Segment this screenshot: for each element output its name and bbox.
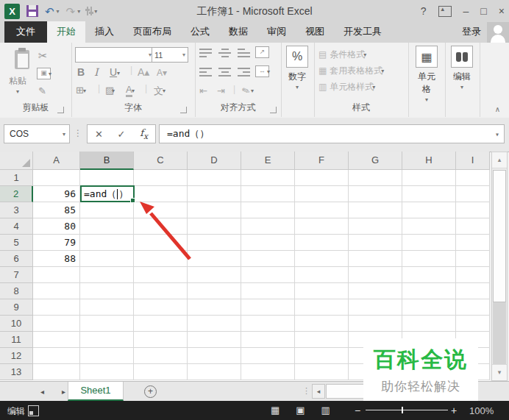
tab-formulas[interactable]: 公式	[181, 21, 219, 43]
cell-E8[interactable]	[241, 283, 295, 299]
cell-B10[interactable]	[80, 316, 134, 332]
tab-scroll-divider[interactable]: ⋮	[302, 386, 310, 396]
cell-D10[interactable]	[188, 316, 241, 332]
phonetic-dropdown-icon[interactable]: ▾	[163, 88, 165, 94]
cell-H9[interactable]	[402, 299, 456, 316]
underline-dropdown-icon[interactable]: ▾	[117, 70, 120, 76]
tab-data[interactable]: 数据	[219, 21, 257, 43]
cell-F12[interactable]	[295, 348, 349, 364]
row-header-4[interactable]: 4	[0, 218, 33, 235]
cell-G8[interactable]	[349, 283, 402, 299]
cell-D8[interactable]	[188, 283, 241, 299]
paste-dropdown-icon[interactable]: ▾	[4, 88, 31, 95]
cell-D3[interactable]	[188, 202, 241, 218]
sheet-nav-next-icon[interactable]: ▸	[62, 388, 65, 396]
cell-B12[interactable]	[80, 348, 134, 364]
number-dropdown-icon[interactable]: ▾	[285, 84, 309, 90]
cell-D5[interactable]	[188, 235, 241, 251]
cell-G9[interactable]	[349, 299, 402, 316]
scroll-down-icon[interactable]: ▾	[492, 364, 507, 380]
cell-B6[interactable]	[80, 251, 134, 267]
orientation-icon[interactable]: ↗	[255, 46, 269, 58]
cell-C5[interactable]	[134, 235, 188, 251]
vertical-scrollbar[interactable]: ▴ ▾	[491, 152, 508, 381]
cell-E4[interactable]	[241, 218, 295, 235]
cell-A11[interactable]	[33, 332, 80, 348]
cell-C3[interactable]	[134, 202, 188, 218]
cell-G7[interactable]	[349, 267, 402, 283]
increase-font-size-icon[interactable]: A▴	[138, 66, 149, 78]
zoom-slider[interactable]	[366, 410, 448, 410]
cell-G2[interactable]	[349, 186, 402, 202]
column-header-F[interactable]: F	[295, 152, 349, 170]
expand-formula-bar-icon[interactable]: ▾	[495, 130, 499, 138]
cell-I6[interactable]	[456, 251, 490, 267]
cell-I7[interactable]	[456, 267, 490, 283]
borders-dropdown-icon[interactable]: ▾	[83, 88, 86, 94]
cell-E6[interactable]	[241, 251, 295, 267]
cell-F6[interactable]	[295, 251, 349, 267]
cell-I9[interactable]	[456, 299, 490, 316]
cell-A8[interactable]	[33, 283, 80, 299]
cell-I8[interactable]	[456, 283, 490, 299]
column-header-A[interactable]: A	[33, 152, 80, 170]
collapse-ribbon-icon[interactable]: ∧	[495, 105, 500, 113]
cell-D4[interactable]	[188, 218, 241, 235]
tab-insert[interactable]: 插入	[85, 21, 124, 43]
decrease-indent-icon[interactable]: ⇤	[199, 85, 207, 96]
zoom-out-icon[interactable]: −	[355, 405, 360, 416]
cell-H2[interactable]	[402, 186, 456, 202]
tab-file[interactable]: 文件	[4, 21, 47, 43]
confirm-entry-icon[interactable]: ✓	[118, 129, 126, 140]
column-header-E[interactable]: E	[241, 152, 295, 170]
row-header-2[interactable]: 2	[0, 186, 33, 202]
column-header-D[interactable]: D	[188, 152, 241, 170]
cells-button[interactable]: ▦ 单元格 ▾	[414, 46, 439, 103]
cell-C9[interactable]	[134, 299, 188, 316]
cell-A2[interactable]: 96	[33, 186, 80, 202]
cell-F9[interactable]	[295, 299, 349, 316]
cell-B11[interactable]	[80, 332, 134, 348]
row-header-10[interactable]: 10	[0, 316, 33, 332]
cell-F1[interactable]	[295, 170, 349, 186]
cell-B1[interactable]	[80, 170, 134, 186]
cell-E11[interactable]	[241, 332, 295, 348]
cell-H8[interactable]	[402, 283, 456, 299]
cell-E9[interactable]	[241, 299, 295, 316]
number-format-button[interactable]: % 数字 ▾	[285, 46, 309, 90]
cell-F5[interactable]	[295, 235, 349, 251]
fill-color-dropdown-icon[interactable]: ▾	[112, 88, 115, 94]
cell-H7[interactable]	[402, 267, 456, 283]
cell-E10[interactable]	[241, 316, 295, 332]
cell-I1[interactable]	[456, 170, 490, 186]
cell-E3[interactable]	[241, 202, 295, 218]
cell-D7[interactable]	[188, 267, 241, 283]
cell-I3[interactable]	[456, 202, 490, 218]
cell-D13[interactable]	[188, 364, 241, 380]
copy-dropdown-icon[interactable]: ▾	[49, 71, 51, 77]
cell-C10[interactable]	[134, 316, 188, 332]
row-header-13[interactable]: 13	[0, 364, 33, 380]
cell-B4[interactable]	[80, 218, 134, 235]
new-sheet-icon[interactable]: +	[144, 385, 157, 398]
cell-E12[interactable]	[241, 348, 295, 364]
cell-G5[interactable]	[349, 235, 402, 251]
decrease-font-size-icon[interactable]: A▾	[157, 68, 167, 78]
cell-A5[interactable]: 79	[33, 235, 80, 251]
cell-D1[interactable]	[188, 170, 241, 186]
macro-record-icon[interactable]	[28, 405, 39, 416]
italic-button[interactable]: I	[94, 66, 99, 78]
merge-dropdown-icon[interactable]: ▾	[267, 68, 270, 75]
alignment-dialog-launcher-icon[interactable]	[270, 107, 277, 113]
cell-B9[interactable]	[80, 299, 134, 316]
font-color-dropdown-icon[interactable]: ▾	[132, 88, 135, 94]
align-center-icon[interactable]	[218, 68, 231, 76]
cell-G1[interactable]	[349, 170, 402, 186]
insert-function-icon[interactable]: fx	[140, 127, 148, 141]
cell-C7[interactable]	[134, 267, 188, 283]
cell-C2[interactable]	[134, 186, 188, 202]
editing-dropdown-icon[interactable]: ▾	[450, 84, 474, 90]
cell-F8[interactable]	[295, 283, 349, 299]
wrap-text-icon[interactable]: ✎	[241, 85, 252, 98]
cell-E2[interactable]	[241, 186, 295, 202]
